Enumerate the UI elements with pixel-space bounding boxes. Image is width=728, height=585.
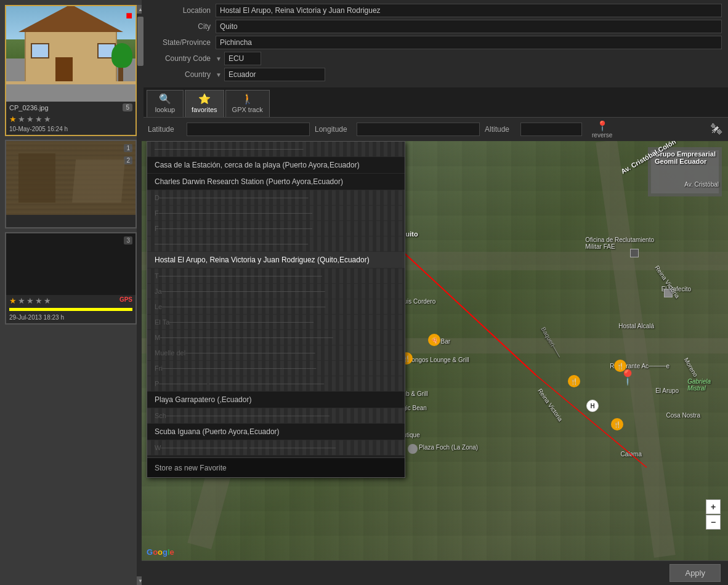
dropdown-item-9[interactable]: Ja────────────────────────────────── xyxy=(147,284,405,299)
satellite-btn[interactable]: 🛰 xyxy=(711,123,722,136)
map-icon-fae xyxy=(630,249,639,257)
city-label: City xyxy=(148,22,216,31)
city-input[interactable] xyxy=(216,20,722,33)
map-label-mongos: Mongos Lounge & Grill xyxy=(406,357,469,363)
thumb-date-1: 10-May-2005 16:24 h xyxy=(6,125,135,135)
thumb-badge-1: 5 xyxy=(123,103,132,111)
star-3-3: ★ xyxy=(26,296,34,305)
map-poi-nobar: 🍕 xyxy=(428,334,440,346)
latitude-label: Latitude xyxy=(148,125,182,134)
dropdown-item-15[interactable]: P────────── ──────────────────────── xyxy=(147,376,405,392)
dropdown-item-16[interactable]: Playa Garrapatero (,Ecuador) xyxy=(147,392,405,408)
state-row: State/Province xyxy=(148,36,722,49)
reverse-btn[interactable]: 📍 reverse xyxy=(592,120,612,139)
reverse-icon: 📍 xyxy=(596,120,609,132)
country-dropdown-arrow[interactable]: ▼ xyxy=(216,71,222,78)
lookup-icon: 🔍 xyxy=(159,93,171,105)
star-3-2: ★ xyxy=(18,296,25,305)
map-poi-extra2: H xyxy=(586,400,599,412)
latitude-input[interactable] xyxy=(187,123,310,136)
dropdown-item-13[interactable]: Muelle del─────────────────────────── xyxy=(147,345,405,361)
tab-favorites-label: favorites xyxy=(192,106,217,113)
thumb-image-3: 3 xyxy=(6,233,135,295)
thumbnail-2[interactable]: 1 2 xyxy=(5,140,137,228)
dropdown-item-10[interactable]: Le────────────────────────────────── xyxy=(147,299,405,315)
favorites-dropdown: ─────────────────────────────── Casa de … xyxy=(147,141,405,478)
star-1-4: ★ xyxy=(35,115,42,124)
map-label-hostal-alcala: Hostal Alcalá xyxy=(618,323,654,329)
dropdown-item-7[interactable]: Hostal El Arupo, Reina Victoria y Juan R… xyxy=(147,252,405,268)
dropdown-item-8[interactable]: T────────────────────────────────── xyxy=(147,268,405,284)
map-label-grupo: Grupo EmpresarialGeomil Ecuador xyxy=(655,150,716,165)
tab-gpx-track[interactable]: 🚶 GPX track xyxy=(225,90,270,117)
star-3-4: ★ xyxy=(35,296,42,305)
star-1-2: ★ xyxy=(18,115,25,124)
location-row-container: Location xyxy=(148,4,722,17)
thumb-stars-3: ★ ★ ★ ★ ★ GPS xyxy=(6,295,135,307)
dropdown-item-19[interactable]: W────────────────── ────────────────── xyxy=(147,440,405,456)
dropdown-item-11[interactable]: El Ta────────────────────────────── xyxy=(147,315,405,330)
map-label-gabriela: GabrielaMistral xyxy=(687,378,711,392)
thumb-date-3: 29-Jul-2013 18:23 h xyxy=(6,313,135,323)
thumb-image-2: 1 2 xyxy=(6,141,135,215)
dropdown-item-6[interactable]: ──────────────────────────────── xyxy=(147,236,405,252)
gpx-icon: 🚶 xyxy=(241,93,254,105)
left-panel: ■ CP_0236.jpg 5 ★ ★ ★ ★ ★ 10-May-2005 16… xyxy=(0,0,142,585)
dropdown-item-0[interactable]: ─────────────────────────────── xyxy=(147,142,405,157)
map-zoom-controls: + − xyxy=(706,499,721,530)
dropdown-divider xyxy=(147,457,405,458)
city-row: City xyxy=(148,20,722,33)
altitude-input[interactable] xyxy=(520,123,582,136)
country-code-label: Country Code xyxy=(148,54,216,63)
zoom-out-btn[interactable]: − xyxy=(706,515,721,530)
dropdown-item-17[interactable]: Sch────────────────────────────────── xyxy=(147,408,405,424)
country-label: Country xyxy=(148,70,216,79)
map-label-oficina: Oficina de ReclutamientoMilitar FAE xyxy=(585,236,654,250)
dropdown-item-18[interactable]: Scuba Iguana (Puerto Ayora,Ecuador) xyxy=(147,424,405,440)
state-label: State/Province xyxy=(148,38,216,47)
dropdown-item-4[interactable]: F──────────────────────────────── xyxy=(147,206,405,221)
google-logo: Google xyxy=(147,547,174,557)
tab-lookup[interactable]: 🔍 lookup xyxy=(147,90,184,117)
dropdown-item-2[interactable]: Charles Darwin Research Station (Puerto … xyxy=(147,174,405,190)
dropdown-store-favorite[interactable]: Store as new Favorite xyxy=(147,459,405,477)
longitude-input[interactable] xyxy=(357,123,480,136)
dropdown-item-12[interactable]: M──────────────────────────────────── xyxy=(147,330,405,345)
tab-favorites[interactable]: ⭐ favorites xyxy=(185,90,224,117)
location-input[interactable] xyxy=(216,4,722,17)
country-code-wrapper: ▼ xyxy=(216,52,261,65)
zoom-in-btn[interactable]: + xyxy=(706,499,721,514)
map-poi-extra1: 🍴 xyxy=(568,375,580,387)
country-code-input[interactable] xyxy=(224,52,261,65)
map-marker-main: 📍 xyxy=(618,369,637,386)
star-3-5: ★ xyxy=(44,296,51,305)
gps-badge: GPS xyxy=(119,296,132,305)
tab-lookup-label: lookup xyxy=(155,106,175,113)
longitude-label: Longitude xyxy=(315,125,352,134)
star-1-1: ★ xyxy=(9,115,17,124)
fields-area: Location City State/Province Country Cod… xyxy=(142,0,728,87)
map-area: Grupo EmpresarialGeomil Ecuador Av. Cris… xyxy=(142,141,728,560)
map-label-av-colon-2: Av. Cristóbal xyxy=(684,181,719,188)
map-label-luis: Luis Cordero xyxy=(400,298,435,305)
country-code-dropdown-arrow[interactable]: ▼ xyxy=(216,55,222,62)
apply-button[interactable]: Apply xyxy=(669,564,721,582)
scroll-thumb[interactable] xyxy=(137,17,144,66)
satellite-icon: 🛰 xyxy=(711,123,722,135)
thumb-filename-1: CP_0236.jpg xyxy=(9,104,49,111)
star-3-1: ★ xyxy=(9,296,17,305)
altitude-label: Altitude xyxy=(485,125,516,134)
thumbnail-3[interactable]: 3 ★ ★ ★ ★ ★ GPS 29-Jul-2013 18:23 h xyxy=(5,232,137,325)
state-input[interactable] xyxy=(216,36,722,49)
main-content: Latitude Longitude Altitude 📍 reverse 🛰 xyxy=(142,118,728,585)
country-input[interactable] xyxy=(224,68,325,81)
dropdown-item-1[interactable]: Casa de la Estación, cerca de la playa (… xyxy=(147,157,405,174)
map-poi-extra3: 🍴 xyxy=(611,418,623,430)
dropdown-item-5[interactable]: F──────────────────────────────── xyxy=(147,221,405,236)
right-panel: Location City State/Province Country Cod… xyxy=(142,0,728,585)
dropdown-item-3[interactable]: D─────────────────────────────── xyxy=(147,190,405,206)
star-1-3: ★ xyxy=(26,115,34,124)
dropdown-item-14[interactable]: Fri──────────────────────────────── xyxy=(147,361,405,376)
thumbnail-1[interactable]: ■ CP_0236.jpg 5 ★ ★ ★ ★ ★ 10-May-2005 16… xyxy=(5,5,137,136)
country-row: Country ▼ xyxy=(148,68,722,81)
